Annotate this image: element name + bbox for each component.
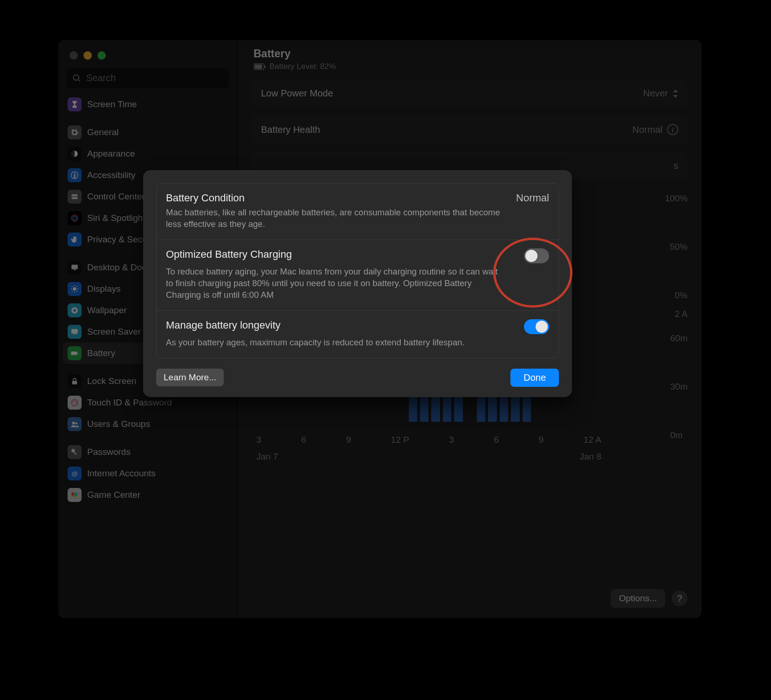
optimized-charging-section: Optimized Battery Charging To reduce bat… xyxy=(157,240,558,311)
longevity-title: Manage battery longevity xyxy=(166,319,281,331)
optimized-charging-toggle[interactable] xyxy=(524,248,549,263)
battery-condition-value: Normal xyxy=(516,192,549,204)
battery-condition-title: Battery Condition xyxy=(166,192,245,204)
done-button[interactable]: Done xyxy=(510,369,559,387)
longevity-section: Manage battery longevity As your battery… xyxy=(157,311,558,358)
battery-condition-section: Battery Condition Normal Mac batteries, … xyxy=(157,184,558,240)
sheet-panel: Battery Condition Normal Mac batteries, … xyxy=(156,183,559,358)
sheet-footer: Learn More... Done xyxy=(156,369,559,387)
battery-health-sheet: Battery Condition Normal Mac batteries, … xyxy=(143,170,572,397)
battery-condition-desc: Mac batteries, like all rechargeable bat… xyxy=(166,207,502,230)
longevity-toggle[interactable] xyxy=(524,319,549,334)
optimized-charging-title: Optimized Battery Charging xyxy=(166,248,292,261)
longevity-desc: As your battery ages, maximum capacity i… xyxy=(166,337,502,349)
optimized-charging-desc: To reduce battery aging, your Mac learns… xyxy=(166,266,502,301)
learn-more-button[interactable]: Learn More... xyxy=(156,369,224,386)
